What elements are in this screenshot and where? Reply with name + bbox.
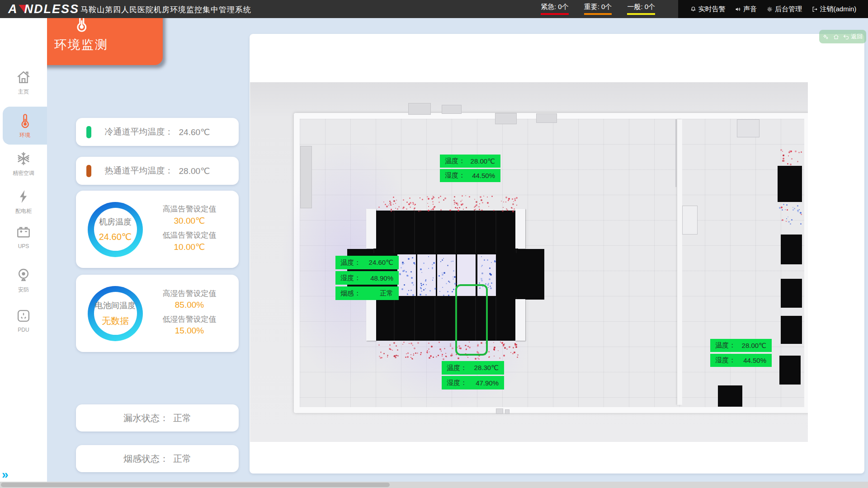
alarm-major[interactable]: 重要: 0个 (584, 3, 612, 15)
horizontal-scrollbar[interactable] (0, 482, 868, 488)
sidebar-item-ac[interactable]: 精密空调 (0, 150, 47, 177)
particle-dot (504, 343, 505, 344)
alarm-minor-label: 一般: (627, 3, 642, 10)
rack[interactable] (779, 356, 801, 385)
alarm-minor[interactable]: 一般: 0个 (627, 3, 655, 15)
rack[interactable] (781, 235, 802, 264)
particle-dot (478, 206, 480, 207)
rack[interactable] (781, 279, 802, 308)
high-temp-limit-label: 高温告警设定值 (163, 204, 217, 214)
wall-cabinet (682, 206, 698, 235)
map-home-icon[interactable] (833, 33, 840, 40)
scrollbar-thumb[interactable] (1, 483, 390, 487)
particle-dot (399, 273, 401, 274)
particle-dot (797, 161, 798, 162)
particle-dot (378, 344, 380, 346)
particle-dot (408, 290, 409, 291)
room-temp-gauge-card: 机房温度 24.60℃ 高温告警设定值 30.00℃ 低温告警设定值 10.00… (76, 191, 239, 268)
partition-wall (677, 119, 682, 405)
aisle-panel (417, 254, 436, 296)
smoke-value: 正常 (173, 453, 191, 465)
particle-dot (454, 283, 456, 285)
sidebar-item-power[interactable]: 配电柜 (0, 188, 47, 215)
back-button[interactable]: 返回 (851, 33, 863, 41)
sensor-value: 28.00℃ (471, 157, 495, 165)
water-leak-status-card: 漏水状态： 正常 (76, 404, 239, 432)
particle-dot (395, 208, 396, 209)
particle-dot (431, 346, 433, 347)
speaker-icon (735, 6, 741, 13)
topbar: A◥NDLESS 马鞍山第四人民医院机房环境监控集中管理系统 紧急: 0个 重要… (0, 0, 868, 18)
back-arrow-icon[interactable] (843, 33, 849, 40)
sidebar-item-env[interactable]: 环境 (3, 107, 47, 145)
door-frame (442, 105, 462, 114)
particle-dot (512, 353, 514, 354)
containment-pillar (515, 299, 525, 341)
particle-dot (516, 205, 517, 206)
sensor-key: 温度： (715, 341, 736, 350)
particle-dot (429, 357, 430, 359)
rack-row-bottom[interactable] (373, 297, 518, 341)
alarm-minor-bar (627, 13, 655, 15)
particle-dot (391, 209, 392, 210)
admin-button[interactable]: 后台管理 (766, 5, 802, 14)
sidebar-item-security[interactable]: 安防 (0, 267, 47, 294)
particle-dot (508, 200, 509, 201)
particle-dot (501, 342, 503, 344)
particle-dot (444, 348, 445, 349)
particle-dot (420, 283, 422, 284)
sensor-key: 温度： (445, 157, 465, 165)
containment-pillar (515, 209, 525, 249)
selected-rack-highlight[interactable] (455, 284, 488, 356)
particle-dot (482, 202, 483, 203)
particle-dot (795, 150, 797, 152)
particle-dot (418, 211, 420, 212)
particle-dot (429, 290, 431, 291)
rack-row-top[interactable] (373, 211, 518, 254)
particle-dot (403, 342, 405, 343)
sensor-key: 温度： (340, 258, 361, 267)
particle-dot (383, 353, 385, 354)
sensor-key: 湿度： (445, 171, 465, 180)
sound-button[interactable]: 声音 (735, 5, 757, 14)
sensor-key: 烟感： (340, 289, 361, 298)
particle-dot (415, 352, 416, 354)
app-logo: A◥NDLESS (8, 2, 79, 16)
particle-dot (425, 279, 426, 280)
particle-dot (788, 155, 789, 156)
particle-dot (412, 257, 413, 258)
particle-dot (442, 274, 443, 276)
particle-dot (433, 277, 434, 278)
hot-aisle-value: 28.00℃ (179, 166, 210, 176)
particle-dot (447, 265, 448, 266)
logout-button[interactable]: 注销(admin) (811, 5, 857, 14)
particle-dot (782, 219, 783, 221)
rack[interactable] (778, 166, 802, 202)
particle-dot (412, 345, 413, 346)
alarm-critical[interactable]: 紧急: 0个 (541, 3, 569, 15)
sidebar-expand-button[interactable]: » (2, 468, 7, 482)
sensor-key: 湿度： (340, 274, 361, 282)
rack[interactable] (718, 385, 742, 407)
particle-dot (515, 344, 517, 346)
cold-aisle-label: 冷通道平均温度： (105, 126, 174, 138)
particle-dot (383, 202, 384, 202)
particle-dot (783, 160, 785, 162)
particle-dot (488, 206, 489, 207)
particle-dot (511, 207, 513, 209)
sidebar-item-home[interactable]: 主页 (0, 69, 47, 96)
settings-gears-icon[interactable] (822, 33, 829, 40)
alarm-major-count: 0个 (601, 3, 612, 10)
particle-dot (791, 158, 793, 160)
sidebar-item-ups[interactable]: UPS (0, 224, 47, 249)
high-temp-limit-value: 30.00℃ (174, 216, 205, 226)
hot-marker-icon (86, 165, 91, 177)
sidebar-item-pdu[interactable]: PDU (0, 307, 47, 333)
particle-dot (459, 207, 460, 208)
sidebar-item-label: PDU (18, 327, 29, 333)
realtime-alarm-button[interactable]: 实时告警 (690, 5, 726, 14)
cold-marker-icon (86, 126, 91, 138)
rack[interactable] (781, 316, 802, 344)
particle-dot (503, 207, 504, 208)
particle-dot (513, 201, 514, 202)
